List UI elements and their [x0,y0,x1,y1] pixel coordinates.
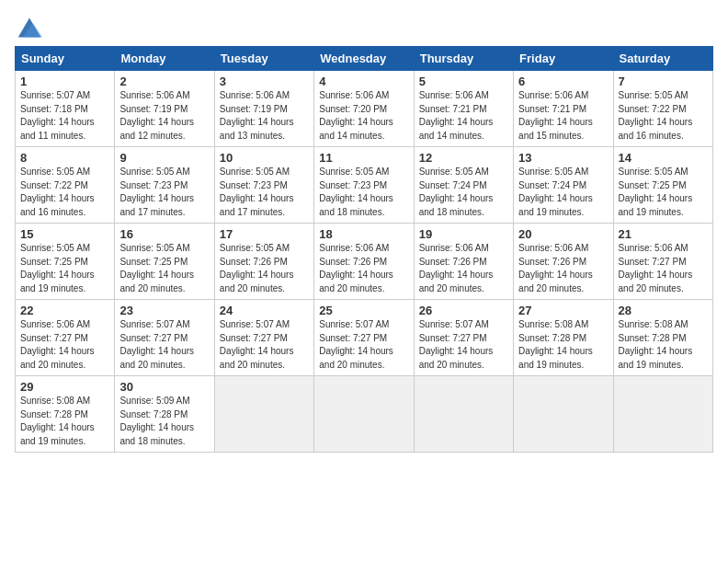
calendar-day-cell: 12Sunrise: 5:05 AM Sunset: 7:24 PM Dayli… [414,147,513,224]
day-number: 24 [220,304,309,317]
calendar-day-cell: 11Sunrise: 5:05 AM Sunset: 7:23 PM Dayli… [314,147,414,224]
calendar-day-cell: 6Sunrise: 5:06 AM Sunset: 7:21 PM Daylig… [514,71,613,147]
calendar-day-cell: 3Sunrise: 5:06 AM Sunset: 7:19 PM Daylig… [214,71,313,147]
day-info: Sunrise: 5:06 AM Sunset: 7:20 PM Dayligh… [319,89,408,143]
logo-icon [15,15,44,40]
day-info: Sunrise: 5:06 AM Sunset: 7:21 PM Dayligh… [518,89,608,143]
calendar-day-cell: 16Sunrise: 5:05 AM Sunset: 7:25 PM Dayli… [115,224,214,300]
calendar-day-cell: 28Sunrise: 5:08 AM Sunset: 7:28 PM Dayli… [613,300,712,376]
day-number: 13 [518,151,608,165]
day-number: 10 [220,151,309,165]
calendar-day-cell: 23Sunrise: 5:07 AM Sunset: 7:27 PM Dayli… [115,300,214,376]
day-info: Sunrise: 5:08 AM Sunset: 7:28 PM Dayligh… [619,318,708,372]
day-info: Sunrise: 5:06 AM Sunset: 7:26 PM Dayligh… [319,242,408,295]
calendar-empty-cell [214,376,313,453]
calendar-day-cell: 4Sunrise: 5:06 AM Sunset: 7:20 PM Daylig… [314,71,414,147]
day-info: Sunrise: 5:07 AM Sunset: 7:27 PM Dayligh… [220,318,309,372]
day-number: 5 [419,75,508,88]
calendar-week-row: 15Sunrise: 5:05 AM Sunset: 7:25 PM Dayli… [16,224,713,300]
calendar-day-cell: 20Sunrise: 5:06 AM Sunset: 7:26 PM Dayli… [514,224,613,300]
day-info: Sunrise: 5:08 AM Sunset: 7:28 PM Dayligh… [518,318,608,372]
calendar-day-cell: 24Sunrise: 5:07 AM Sunset: 7:27 PM Dayli… [214,300,313,376]
day-info: Sunrise: 5:07 AM Sunset: 7:27 PM Dayligh… [319,318,408,372]
calendar-day-cell: 22Sunrise: 5:06 AM Sunset: 7:27 PM Dayli… [16,300,115,376]
calendar-day-cell: 18Sunrise: 5:06 AM Sunset: 7:26 PM Dayli… [314,224,414,300]
calendar-day-cell: 13Sunrise: 5:05 AM Sunset: 7:24 PM Dayli… [514,147,613,224]
day-info: Sunrise: 5:05 AM Sunset: 7:24 PM Dayligh… [518,166,608,219]
calendar-header-row: SundayMondayTuesdayWednesdayThursdayFrid… [16,47,713,71]
day-info: Sunrise: 5:06 AM Sunset: 7:19 PM Dayligh… [220,89,309,143]
day-info: Sunrise: 5:05 AM Sunset: 7:23 PM Dayligh… [220,166,309,219]
day-number: 11 [319,151,408,165]
day-number: 12 [419,151,508,165]
day-info: Sunrise: 5:07 AM Sunset: 7:27 PM Dayligh… [119,318,209,372]
day-info: Sunrise: 5:05 AM Sunset: 7:23 PM Dayligh… [319,166,408,219]
day-info: Sunrise: 5:05 AM Sunset: 7:25 PM Dayligh… [20,242,109,295]
calendar-day-cell: 21Sunrise: 5:06 AM Sunset: 7:27 PM Dayli… [613,224,712,300]
calendar-day-cell: 5Sunrise: 5:06 AM Sunset: 7:21 PM Daylig… [414,71,513,147]
header [15,15,713,40]
day-number: 30 [119,380,209,394]
day-number: 21 [619,227,708,241]
calendar-day-cell: 2Sunrise: 5:06 AM Sunset: 7:19 PM Daylig… [115,71,214,147]
header-day-thursday: Thursday [414,47,513,71]
day-info: Sunrise: 5:06 AM Sunset: 7:26 PM Dayligh… [518,242,608,295]
day-number: 19 [419,227,508,241]
header-day-sunday: Sunday [16,47,115,71]
day-number: 28 [619,304,708,317]
header-day-tuesday: Tuesday [214,47,313,71]
day-info: Sunrise: 5:05 AM Sunset: 7:25 PM Dayligh… [119,242,209,295]
day-number: 1 [20,75,109,88]
day-info: Sunrise: 5:05 AM Sunset: 7:24 PM Dayligh… [419,166,508,219]
day-number: 14 [619,151,708,165]
calendar-day-cell: 10Sunrise: 5:05 AM Sunset: 7:23 PM Dayli… [214,147,313,224]
day-number: 29 [20,380,109,394]
calendar-empty-cell [613,376,712,453]
day-number: 26 [419,304,508,317]
day-number: 8 [20,151,109,165]
day-number: 27 [518,304,608,317]
calendar-empty-cell [414,376,513,453]
day-number: 17 [220,227,309,241]
header-day-friday: Friday [514,47,613,71]
day-info: Sunrise: 5:05 AM Sunset: 7:26 PM Dayligh… [220,242,309,295]
calendar-day-cell: 25Sunrise: 5:07 AM Sunset: 7:27 PM Dayli… [314,300,414,376]
day-info: Sunrise: 5:06 AM Sunset: 7:27 PM Dayligh… [20,318,109,372]
calendar-week-row: 29Sunrise: 5:08 AM Sunset: 7:28 PM Dayli… [16,376,713,453]
calendar-day-cell: 27Sunrise: 5:08 AM Sunset: 7:28 PM Dayli… [514,300,613,376]
day-info: Sunrise: 5:08 AM Sunset: 7:28 PM Dayligh… [20,395,109,448]
calendar-day-cell: 14Sunrise: 5:05 AM Sunset: 7:25 PM Dayli… [613,147,712,224]
day-number: 25 [319,304,408,317]
calendar-day-cell: 26Sunrise: 5:07 AM Sunset: 7:27 PM Dayli… [414,300,513,376]
calendar-week-row: 8Sunrise: 5:05 AM Sunset: 7:22 PM Daylig… [16,147,713,224]
day-info: Sunrise: 5:05 AM Sunset: 7:22 PM Dayligh… [619,89,708,143]
day-info: Sunrise: 5:06 AM Sunset: 7:26 PM Dayligh… [419,242,508,295]
day-number: 7 [619,75,708,88]
calendar-empty-cell [514,376,613,453]
calendar-day-cell: 30Sunrise: 5:09 AM Sunset: 7:28 PM Dayli… [115,376,214,453]
calendar-day-cell: 19Sunrise: 5:06 AM Sunset: 7:26 PM Dayli… [414,224,513,300]
calendar-day-cell: 29Sunrise: 5:08 AM Sunset: 7:28 PM Dayli… [16,376,115,453]
calendar-empty-cell [314,376,414,453]
day-info: Sunrise: 5:06 AM Sunset: 7:21 PM Dayligh… [419,89,508,143]
calendar-day-cell: 15Sunrise: 5:05 AM Sunset: 7:25 PM Dayli… [16,224,115,300]
day-info: Sunrise: 5:09 AM Sunset: 7:28 PM Dayligh… [119,395,209,448]
day-info: Sunrise: 5:05 AM Sunset: 7:23 PM Dayligh… [119,166,209,219]
day-number: 23 [119,304,209,317]
header-day-wednesday: Wednesday [314,47,414,71]
calendar-week-row: 22Sunrise: 5:06 AM Sunset: 7:27 PM Dayli… [16,300,713,376]
calendar-day-cell: 17Sunrise: 5:05 AM Sunset: 7:26 PM Dayli… [214,224,313,300]
logo [15,15,48,40]
calendar-table: SundayMondayTuesdayWednesdayThursdayFrid… [15,46,713,453]
day-number: 18 [319,227,408,241]
day-number: 4 [319,75,408,88]
calendar-day-cell: 1Sunrise: 5:07 AM Sunset: 7:18 PM Daylig… [16,71,115,147]
day-number: 15 [20,227,109,241]
day-number: 20 [518,227,608,241]
header-day-saturday: Saturday [613,47,712,71]
header-day-monday: Monday [115,47,214,71]
day-number: 2 [119,75,209,88]
day-number: 3 [220,75,309,88]
calendar-week-row: 1Sunrise: 5:07 AM Sunset: 7:18 PM Daylig… [16,71,713,147]
day-number: 9 [119,151,209,165]
